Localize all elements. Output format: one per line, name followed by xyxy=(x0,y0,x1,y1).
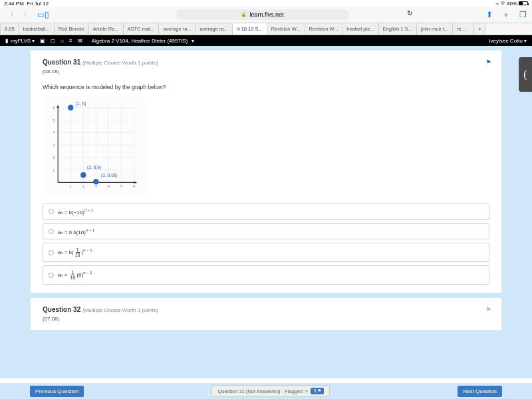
ipad-status-bar: 2:44 PM Fri Jul 12 ⋅ı 40% xyxy=(0,0,532,7)
home-icon[interactable]: ⌂ xyxy=(61,38,64,44)
monitor-icon[interactable]: ▣ xyxy=(40,38,45,44)
radio-a[interactable] xyxy=(49,209,54,214)
svg-text:2: 2 xyxy=(53,156,55,160)
status-time-date: 2:44 PM Fri Jul 12 xyxy=(4,1,49,7)
browser-tab[interactable]: re... xyxy=(453,23,474,35)
svg-point-29 xyxy=(80,172,86,178)
svg-text:5: 5 xyxy=(120,184,122,188)
menu-icon[interactable]: ≡ xyxy=(69,38,72,44)
url-bar[interactable]: 🔒 learn.flvs.net xyxy=(176,9,349,20)
browser-tab[interactable]: 6.05 xyxy=(0,23,19,35)
battery-icon xyxy=(519,1,528,5)
question-31-card: ⚑ Question 31 (Multiple Choice Worth 1 p… xyxy=(30,50,502,293)
side-handle[interactable]: ( xyxy=(519,57,532,92)
svg-text:3: 3 xyxy=(95,184,97,188)
app-header: ▮ myFLVS ▾ ▣ ◻︎ ⌂ ≡ ✉ Algebra 2 V104, He… xyxy=(0,35,532,46)
forward-button: 〉 xyxy=(21,10,32,19)
inbox-icon[interactable]: ◻︎ xyxy=(51,38,55,44)
bookmarks-button[interactable]: ▭▯ xyxy=(37,10,48,19)
refresh-button[interactable]: ↻ xyxy=(405,9,414,20)
browser-tab[interactable]: Red Bennie xyxy=(55,23,89,35)
radio-c[interactable] xyxy=(49,250,54,255)
graph-plot: 123456123456(1, 6)(2, 0.6)(3, 0.06) xyxy=(43,97,146,197)
side-handle-icon: ( xyxy=(523,68,527,80)
browser-tab[interactable]: English 1 S... xyxy=(379,23,417,35)
status-right: ⋅ı 40% xyxy=(495,1,528,7)
radio-b[interactable] xyxy=(49,229,54,234)
url-host: learn.flvs.net xyxy=(249,11,283,18)
svg-text:(1, 6): (1, 6) xyxy=(76,101,86,106)
content-area: ⚑ Question 31 (Multiple Choice Worth 1 p… xyxy=(0,46,532,378)
question-status[interactable]: Question 31 (Not Answered) - Flagged ▾ 3… xyxy=(211,385,330,397)
browser-tab[interactable]: 10.12 S... xyxy=(233,23,267,35)
user-caret-icon[interactable]: ▾ xyxy=(524,38,527,44)
q32-code: (07.08) xyxy=(43,316,489,322)
svg-text:1: 1 xyxy=(53,168,55,172)
option-d[interactable]: aₙ = 110(6)n − 1 xyxy=(43,265,489,285)
browser-tab[interactable]: ASTC mat... xyxy=(124,23,160,35)
flag-button[interactable]: ⚑ xyxy=(485,59,491,66)
browser-tab[interactable]: Revision W... xyxy=(267,23,305,35)
browser-tab[interactable]: basketball... xyxy=(19,23,55,35)
course-caret-icon[interactable]: ▾ xyxy=(192,38,194,44)
svg-point-31 xyxy=(93,179,99,185)
course-title[interactable]: Algebra 2 V104, Heather Dieter (4557/S) xyxy=(88,38,192,44)
svg-text:3: 3 xyxy=(53,143,55,147)
back-button[interactable]: 〈 xyxy=(5,10,16,19)
status-caret-icon: ▾ xyxy=(305,388,308,394)
q31-meta: (Multiple Choice Worth 1 points) xyxy=(82,60,158,66)
option-b[interactable]: aₙ = 0.6(10)n − 1 xyxy=(43,223,489,240)
svg-text:2: 2 xyxy=(82,184,84,188)
bottom-bar: Previous Question Question 31 (Not Answe… xyxy=(0,383,532,399)
brand-caret-icon[interactable]: ▾ xyxy=(32,38,35,44)
svg-text:(2, 0.6): (2, 0.6) xyxy=(87,165,101,170)
browser-tab[interactable]: heated pie... xyxy=(342,23,378,35)
question-32-card: ⚑ Question 32 (Multiple Choice Worth 1 p… xyxy=(30,297,502,331)
q31-code: (08.08) xyxy=(43,68,489,74)
svg-text:4: 4 xyxy=(53,130,55,134)
user-name[interactable]: Iveylsee Cotto xyxy=(489,38,523,44)
share-button[interactable]: ⬆︎ xyxy=(486,10,493,19)
signal-icon: ⋅ı xyxy=(495,1,499,7)
svg-point-0 xyxy=(503,5,503,5)
browser-chrome: 〈 〉 ▭▯ 🔒 learn.flvs.net ↻ ⬆︎ ＋ ❐ 6.05bas… xyxy=(0,7,532,35)
lock-icon: 🔒 xyxy=(241,12,247,17)
flagged-count: 3 ⚑ xyxy=(311,388,324,394)
battery-pct: 40% xyxy=(507,1,517,7)
svg-point-27 xyxy=(68,105,74,111)
tabs-button[interactable]: ❐ xyxy=(519,10,527,19)
q32-title: Question 32 xyxy=(43,306,80,313)
radio-d[interactable] xyxy=(49,273,54,278)
browser-tab[interactable]: john muir t... xyxy=(417,23,453,35)
browser-tab[interactable]: average ra... xyxy=(196,23,233,35)
q32-meta: (Multiple Choice Worth 1 points) xyxy=(82,307,158,313)
option-a[interactable]: aₙ = 6(−10)n − 1 xyxy=(43,203,489,220)
svg-text:4: 4 xyxy=(108,184,110,188)
new-tab-button[interactable]: ＋ xyxy=(502,9,510,21)
next-question-button[interactable]: Next Question xyxy=(458,386,502,397)
tab-row[interactable]: 6.05basketball...Red BennieArticle Re...… xyxy=(0,23,532,35)
svg-text:6: 6 xyxy=(53,106,55,110)
tab-close-icon[interactable]: × xyxy=(474,23,485,35)
brand-logo-icon: ▮ xyxy=(5,38,8,44)
q31-prompt: Which sequence is modeled by the graph b… xyxy=(43,84,489,90)
q31-title: Question 31 xyxy=(43,59,80,66)
browser-tab[interactable]: average ra... xyxy=(159,23,196,35)
browser-tab[interactable]: Revision W... xyxy=(305,23,343,35)
svg-text:1: 1 xyxy=(70,184,72,188)
svg-text:6: 6 xyxy=(133,184,135,188)
mail-icon[interactable]: ✉ xyxy=(78,38,82,44)
wifi-icon xyxy=(500,1,505,6)
brand-text[interactable]: myFLVS xyxy=(11,38,31,44)
svg-text:(3, 0.06): (3, 0.06) xyxy=(101,173,118,178)
flag-button-32[interactable]: ⚑ xyxy=(485,306,491,313)
option-c[interactable]: aₙ = 6(110)n − 1 xyxy=(43,243,489,262)
svg-text:5: 5 xyxy=(53,118,55,122)
browser-tab[interactable]: Article Re... xyxy=(89,23,124,35)
prev-question-button[interactable]: Previous Question xyxy=(30,386,84,397)
